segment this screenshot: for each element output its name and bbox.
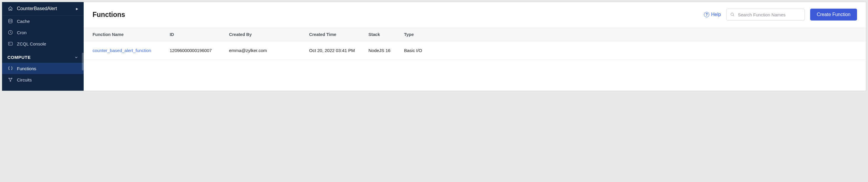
page-header: Functions ? Help Create Function: [84, 2, 866, 28]
sidebar-item-label: Functions: [17, 66, 36, 71]
table-row[interactable]: counter_based_alert_function 12096000000…: [84, 41, 866, 60]
svg-point-0: [9, 19, 12, 21]
create-function-button[interactable]: Create Function: [810, 9, 857, 21]
sidebar-item-circuits[interactable]: Circuits: [2, 74, 84, 85]
cell-id: 12096000000196007: [170, 48, 229, 53]
svg-point-3: [9, 78, 9, 79]
col-header-name: Function Name: [93, 32, 170, 37]
col-header-by: Created By: [229, 32, 309, 37]
main-content: Functions ? Help Create Function Functio…: [84, 2, 866, 91]
sidebar-item-label: Cache: [17, 19, 30, 24]
header-actions: ? Help Create Function: [704, 9, 857, 21]
sidebar-item-functions[interactable]: Functions: [2, 63, 84, 74]
sidebar-item-label: Circuits: [17, 77, 32, 82]
caret-right-icon: ▶: [76, 7, 78, 10]
svg-point-6: [731, 13, 734, 16]
col-header-type: Type: [404, 32, 857, 37]
col-header-id: ID: [170, 32, 229, 37]
cell-created-time: Oct 20, 2022 03:41 PM: [309, 48, 368, 53]
section-label: COMPUTE: [7, 55, 31, 60]
home-icon: [7, 6, 13, 11]
col-header-stack: Stack: [368, 32, 404, 37]
help-label: Help: [711, 12, 721, 17]
svg-point-5: [10, 81, 11, 81]
braces-icon: [7, 66, 13, 71]
circuits-icon: [7, 77, 13, 83]
search-icon: [730, 12, 735, 17]
sidebar-scrollbar[interactable]: [82, 53, 84, 71]
function-name-link[interactable]: counter_based_alert_function: [93, 48, 151, 53]
help-icon: ?: [704, 12, 709, 17]
clock-icon: [7, 29, 13, 35]
chevron-down-icon: [74, 55, 78, 59]
app-shell: CounterBasedAlert ▶ Cache Cron ZCQL Cons…: [2, 2, 866, 91]
layers-icon: [7, 18, 13, 24]
sidebar-item-cron[interactable]: Cron: [2, 27, 84, 38]
search-input[interactable]: [738, 12, 801, 17]
sidebar-item-zcql[interactable]: ZCQL Console: [2, 38, 84, 49]
svg-point-4: [11, 78, 12, 79]
sidebar: CounterBasedAlert ▶ Cache Cron ZCQL Cons…: [2, 2, 84, 91]
sidebar-item-cache[interactable]: Cache: [2, 16, 84, 27]
help-link[interactable]: ? Help: [704, 12, 721, 17]
sidebar-item-label: Cron: [17, 30, 27, 35]
project-name: CounterBasedAlert: [17, 6, 76, 11]
cell-type: Basic I/O: [404, 48, 857, 53]
table-header: Function Name ID Created By Created Time…: [84, 28, 866, 41]
project-selector[interactable]: CounterBasedAlert ▶: [2, 2, 84, 16]
search-box[interactable]: [726, 9, 805, 21]
cell-created-by: emma@zylker.com: [229, 48, 309, 53]
database-icon: [7, 41, 13, 47]
svg-rect-2: [8, 42, 12, 46]
cell-stack: NodeJS 16: [368, 48, 404, 53]
col-header-time: Created Time: [309, 32, 368, 37]
sidebar-item-label: ZCQL Console: [17, 41, 46, 46]
page-title: Functions: [93, 11, 125, 19]
section-compute[interactable]: COMPUTE: [2, 49, 84, 63]
